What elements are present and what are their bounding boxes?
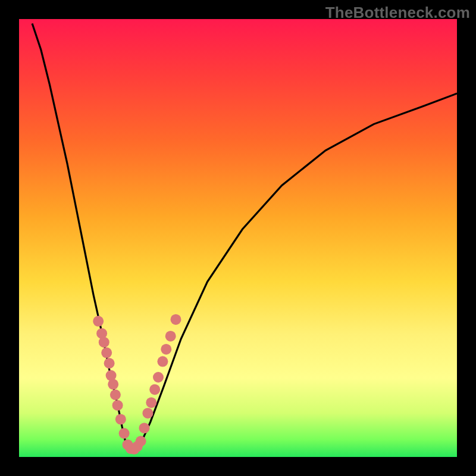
dot (108, 379, 118, 390)
dot (112, 400, 123, 411)
dot (165, 331, 176, 342)
dot (93, 316, 104, 327)
chart-svg (19, 19, 457, 457)
dot (146, 397, 156, 408)
dot (149, 384, 160, 395)
dot (142, 408, 153, 418)
curve-lines (32, 23, 457, 450)
chart-area (19, 19, 457, 457)
dot (104, 358, 115, 369)
dot (99, 337, 109, 347)
dot (101, 347, 112, 358)
dot (115, 414, 126, 425)
dot (157, 356, 168, 367)
dot (119, 428, 130, 439)
dot (153, 372, 164, 383)
dot (139, 422, 150, 433)
right-branch-line (137, 93, 457, 448)
dot (171, 314, 181, 325)
watermark-text: TheBottleneck.com (325, 4, 470, 22)
scatter-dots (93, 314, 181, 455)
dot (161, 344, 171, 355)
dot (136, 436, 146, 447)
dot (110, 390, 121, 400)
